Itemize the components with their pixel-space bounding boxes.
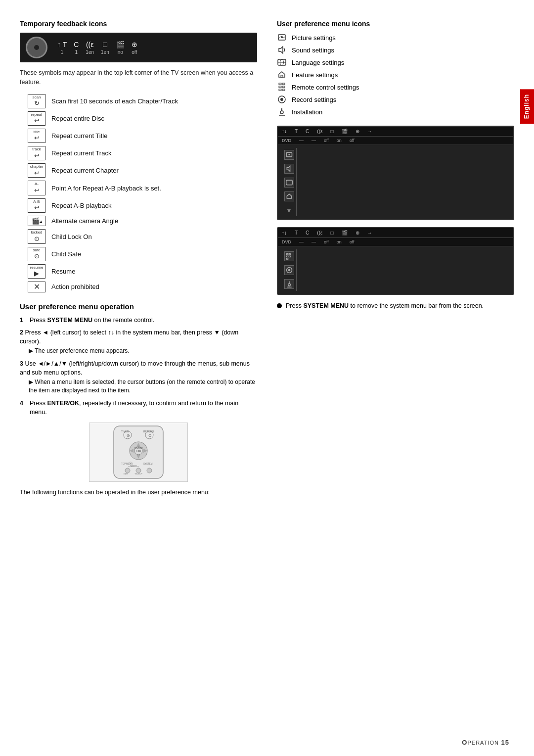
bullet-icon — [277, 303, 282, 308]
feedback-heading: Temporary feedback icons — [20, 20, 257, 28]
a-point-desc: Point A for Repeat A-B playback is set. — [51, 185, 161, 192]
following-text: The following functions can be operated … — [20, 488, 257, 497]
step-4: 4 Press ENTER/OK, repeatedly if necessar… — [20, 399, 257, 417]
icon-row-scan: scan ↻ Scan first 10 seconds of each Cha… — [20, 94, 257, 108]
tv-menu-install — [284, 279, 294, 289]
svg-text:TELECP: TELECP — [134, 472, 142, 475]
svg-text:▽: ▽ — [130, 462, 132, 464]
feature-settings-label: Feature settings — [292, 71, 338, 79]
repeat-track-desc: Repeat current Track — [51, 149, 111, 157]
svg-rect-34 — [279, 83, 281, 85]
tv-menu-language — [284, 178, 294, 188]
pref-icon-feature: Feature settings — [277, 70, 514, 80]
tv-sidebar-2 — [282, 249, 297, 291]
feedback-item-zoom: ⊕ off — [132, 41, 137, 55]
svg-rect-38 — [279, 89, 281, 91]
installation-label: Installation — [292, 108, 322, 116]
repeat-title-icon-box: title ↩ — [20, 129, 45, 143]
tv1-dvd-label: DVD — [282, 138, 291, 143]
pref-icon-language: Language settings — [277, 57, 514, 67]
step-2: 2 Press ◄ (left cursor) to select ↑↓ in … — [20, 328, 257, 356]
child-lock-badge: locked ⊙ — [28, 229, 45, 243]
repeat-track-badge: track ↩ — [28, 146, 45, 160]
child-safe-icon-box: safe ⊙ — [20, 247, 45, 261]
svg-marker-29 — [279, 47, 283, 53]
prohibited-desc: Action prohibited — [51, 283, 99, 290]
footer-label: OPERATION — [462, 739, 499, 746]
resume-desc: Resume — [51, 268, 75, 275]
tv-screen-2: ↑↓ T C ((ε □ 🎬 ⊕ → DVD — — off on off — [277, 227, 514, 295]
repeat-disc-icon-box: repeat ↩ — [20, 111, 45, 126]
pref-icons-heading: User preference menu icons — [277, 20, 514, 28]
step-3: 3 Use ◄/►/▲/▼ (left/right/up/down cursor… — [20, 359, 257, 395]
remote-icon — [277, 82, 287, 92]
record-icon — [277, 94, 287, 104]
sound-settings-label: Sound settings — [292, 47, 334, 54]
pref-icon-sound: Sound settings — [277, 45, 514, 55]
page-number: 15 — [501, 739, 509, 746]
tv-sidebar-1: ▼ — [282, 148, 297, 216]
prohibited-icon: ✕ — [28, 282, 45, 292]
tv-screen-1: ↑↓ T C ((ε □ 🎬 ⊕ → DVD — — off on off — [277, 126, 514, 220]
record-settings-label: Record settings — [292, 96, 336, 103]
feedback-item-cam: 🎬 no — [116, 41, 125, 55]
tv-topbar-1: ↑↓ T C ((ε □ 🎬 ⊕ → — [278, 127, 513, 137]
tv-menu-remote — [284, 251, 294, 261]
child-lock-icon-box: locked ⊙ — [20, 229, 45, 243]
svg-rect-49 — [286, 254, 288, 255]
step-1: 1 Press SYSTEM MENU on the remote contro… — [20, 316, 257, 325]
tv-body-2 — [278, 246, 513, 294]
repeat-title-badge: title ↩ — [28, 129, 45, 143]
picture-icon — [277, 33, 287, 43]
feedback-item-c: C 1 — [74, 41, 79, 55]
camera-icon-box: 🎬₄ — [20, 216, 45, 227]
ab-badge: A-B ↩ — [28, 198, 45, 213]
repeat-chapter-badge: chapter ↩ — [28, 163, 45, 178]
feedback-item-sub: □ 1en — [101, 41, 109, 55]
repeat-title-desc: Repeat current Title — [51, 132, 107, 140]
svg-rect-50 — [289, 254, 290, 255]
svg-rect-48 — [286, 180, 292, 185]
remote-image: ⊙ ⊙ TIMER RETURN — [89, 423, 188, 482]
svg-point-55 — [288, 269, 290, 272]
camera-badge: 🎬₄ — [28, 216, 45, 227]
svg-point-57 — [288, 284, 290, 286]
svg-text:⊙: ⊙ — [148, 433, 152, 438]
child-lock-desc: Child Lock On — [51, 233, 92, 240]
svg-text:OK: OK — [136, 449, 141, 453]
repeat-chapter-icon-box: chapter ↩ — [20, 163, 45, 178]
tv-menu-picture — [284, 150, 294, 160]
icon-row-repeat-track: track ↩ Repeat current Track — [20, 146, 257, 160]
svg-text:TIMER: TIMER — [121, 430, 129, 433]
repeat-disc-badge: repeat ↩ — [28, 111, 45, 126]
icon-row-repeat-chapter: chapter ↩ Repeat current Chapter — [20, 163, 257, 178]
ab-desc: Repeat A-B playback — [51, 202, 111, 209]
picture-settings-label: Picture settings — [292, 34, 336, 42]
svg-point-46 — [288, 154, 290, 155]
repeat-track-icon-box: track ↩ — [20, 146, 45, 160]
icon-row-repeat-disc: repeat ↩ Repeat entire Disc — [20, 111, 257, 126]
repeat-disc-desc: Repeat entire Disc — [51, 115, 104, 122]
a-point-badge: A- ↩ — [28, 181, 45, 195]
repeat-chapter-desc: Repeat current Chapter — [51, 167, 119, 174]
icon-row-resume: resume ▶ Resume — [20, 264, 257, 279]
svg-point-21 — [147, 468, 152, 473]
install-icon — [277, 107, 287, 117]
tv-menu-record — [284, 265, 294, 275]
scan-icon-box: scan ↻ — [20, 94, 45, 108]
pref-icon-remote: Remote control settings — [277, 82, 514, 92]
svg-text:RETURN: RETURN — [143, 430, 154, 433]
feature-icon — [277, 70, 287, 80]
feedback-item-audio: ((ε 1en — [86, 41, 94, 55]
svg-marker-47 — [287, 166, 290, 172]
scan-badge: scan ↻ — [28, 94, 45, 108]
tv-down-arrow-1: ▼ — [286, 207, 292, 214]
pref-icon-install: Installation — [277, 107, 514, 117]
tv-body-1: ▼ — [278, 145, 513, 219]
tv-menu-sound — [284, 164, 294, 174]
svg-rect-36 — [279, 86, 281, 88]
resume-icon-box: resume ▶ — [20, 264, 45, 279]
pref-icon-picture: Picture settings — [277, 33, 514, 43]
pref-icon-record: Record settings — [277, 94, 514, 104]
a-point-icon-box: A- ↩ — [20, 181, 45, 195]
